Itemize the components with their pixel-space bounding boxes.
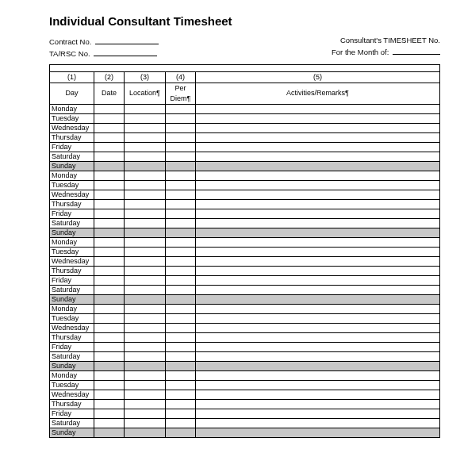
empty-cell [125,180,166,190]
empty-cell [94,190,125,199]
table-row: Thursday [50,132,440,142]
empty-cell [196,209,440,218]
empty-cell [196,380,440,390]
day-cell: Sunday [50,161,94,171]
empty-cell [166,285,196,294]
table-row: Tuesday [50,247,440,256]
empty-cell [125,199,166,209]
empty-cell [166,428,196,437]
table-row: Monday [50,171,440,180]
empty-cell [125,104,166,113]
empty-cell [125,256,166,266]
table-row: Saturday [50,152,440,161]
empty-cell [196,218,440,228]
empty-cell [94,294,125,304]
empty-cell [94,351,125,361]
empty-cell [196,228,440,237]
day-cell: Sunday [50,361,94,370]
day-cell: Friday [50,209,94,218]
empty-cell [94,228,125,237]
table-row: Sunday [50,428,440,437]
day-cell: Wednesday [50,190,94,199]
empty-cell [166,180,196,190]
empty-cell [166,142,196,152]
table-row: Friday [50,342,440,351]
empty-cell [94,342,125,351]
day-cell: Tuesday [50,380,94,390]
empty-cell [125,399,166,409]
empty-cell [166,342,196,351]
empty-cell [125,418,166,428]
day-cell: Saturday [50,351,94,361]
empty-cell [125,218,166,228]
contract-label: Contract No. [49,37,91,46]
empty-cell [166,409,196,418]
day-cell: Saturday [50,418,94,428]
month-label: For the Month of: [332,48,389,56]
table-row: Monday [50,237,440,247]
empty-cell [94,209,125,218]
empty-cell [166,399,196,409]
day-cell: Wednesday [50,390,94,399]
day-cell: Wednesday [50,323,94,332]
empty-cell [94,275,125,285]
empty-cell [196,180,440,190]
empty-cell [196,399,440,409]
day-cell: Wednesday [50,123,94,132]
empty-cell [125,171,166,180]
empty-cell [125,313,166,323]
empty-cell [166,370,196,380]
empty-cell [166,332,196,342]
empty-cell [166,190,196,199]
empty-cell [94,399,125,409]
empty-cell [196,123,440,132]
empty-cell [166,113,196,123]
day-cell: Monday [50,171,94,180]
empty-cell [94,285,125,294]
empty-cell [125,285,166,294]
empty-cell [94,152,125,161]
table-row: Wednesday [50,390,440,399]
empty-cell [125,237,166,247]
empty-cell [125,332,166,342]
empty-cell [94,161,125,171]
day-cell: Thursday [50,199,94,209]
hdr-col3-num: (3) [125,71,166,83]
table-row: Tuesday [50,380,440,390]
day-cell: Friday [50,409,94,418]
day-cell: Saturday [50,218,94,228]
empty-cell [196,237,440,247]
empty-cell [94,113,125,123]
empty-cell [94,418,125,428]
day-cell: Tuesday [50,313,94,323]
empty-cell [196,390,440,399]
empty-cell [166,418,196,428]
empty-cell [94,199,125,209]
day-cell: Wednesday [50,256,94,266]
empty-cell [166,123,196,132]
table-row: Monday [50,370,440,380]
empty-cell [125,361,166,370]
empty-cell [94,266,125,275]
timesheet-table: (1) (2) (3) (4) (5) Day Date Location¶ P… [49,64,440,438]
ta-fill [94,48,157,56]
table-row: Saturday [50,218,440,228]
empty-cell [125,132,166,142]
table-row: Monday [50,104,440,113]
day-cell: Monday [50,104,94,113]
day-cell: Saturday [50,152,94,161]
empty-cell [166,209,196,218]
empty-cell [196,304,440,313]
empty-cell [166,218,196,228]
empty-cell [94,428,125,437]
empty-cell [196,190,440,199]
day-cell: Thursday [50,132,94,142]
empty-cell [166,256,196,266]
empty-cell [94,132,125,142]
empty-cell [125,123,166,132]
empty-cell [196,247,440,256]
empty-cell [196,313,440,323]
empty-cell [166,132,196,142]
hdr-col1-lbl: Day [50,83,94,104]
empty-cell [94,218,125,228]
